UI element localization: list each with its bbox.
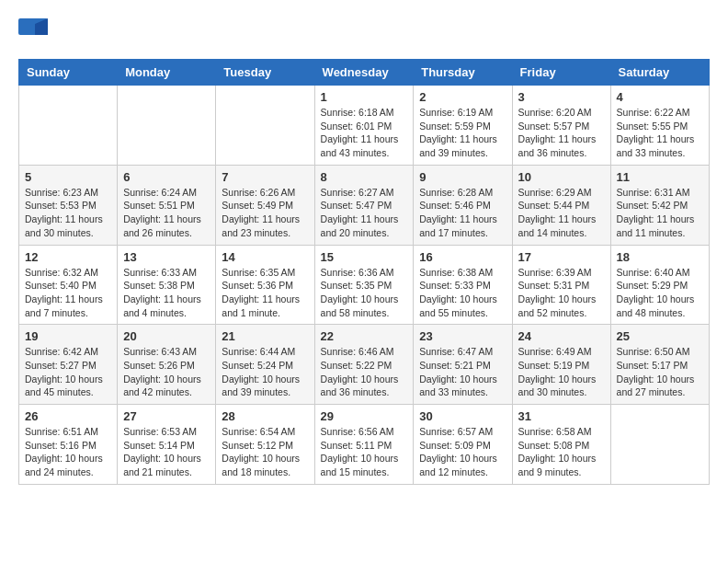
day-number: 31 xyxy=(518,409,605,423)
day-info: Sunrise: 6:20 AM Sunset: 5:57 PM Dayligh… xyxy=(518,106,605,160)
day-info: Sunrise: 6:28 AM Sunset: 5:46 PM Dayligh… xyxy=(419,186,506,240)
day-info: Sunrise: 6:50 AM Sunset: 5:17 PM Dayligh… xyxy=(617,345,703,399)
day-number: 26 xyxy=(25,409,111,423)
calendar-cell: 13Sunrise: 6:33 AM Sunset: 5:38 PM Dayli… xyxy=(118,245,216,325)
calendar-cell: 23Sunrise: 6:47 AM Sunset: 5:21 PM Dayli… xyxy=(414,325,512,405)
calendar-cell: 29Sunrise: 6:56 AM Sunset: 5:11 PM Dayli… xyxy=(314,405,414,485)
day-number: 19 xyxy=(25,329,111,343)
calendar-cell: 11Sunrise: 6:31 AM Sunset: 5:42 PM Dayli… xyxy=(610,165,709,245)
day-number: 30 xyxy=(419,409,506,423)
day-info: Sunrise: 6:18 AM Sunset: 6:01 PM Dayligh… xyxy=(321,106,408,160)
calendar-cell: 28Sunrise: 6:54 AM Sunset: 5:12 PM Dayli… xyxy=(216,405,314,485)
day-number: 11 xyxy=(617,170,703,184)
calendar-cell: 20Sunrise: 6:43 AM Sunset: 5:26 PM Dayli… xyxy=(118,325,216,405)
day-number: 13 xyxy=(123,250,210,264)
day-number: 28 xyxy=(222,409,308,423)
day-info: Sunrise: 6:33 AM Sunset: 5:38 PM Dayligh… xyxy=(123,266,210,320)
calendar-cell: 4Sunrise: 6:22 AM Sunset: 5:55 PM Daylig… xyxy=(610,86,709,166)
day-info: Sunrise: 6:27 AM Sunset: 5:47 PM Dayligh… xyxy=(321,186,408,240)
calendar-cell: 7Sunrise: 6:26 AM Sunset: 5:49 PM Daylig… xyxy=(216,165,314,245)
calendar-cell: 19Sunrise: 6:42 AM Sunset: 5:27 PM Dayli… xyxy=(19,325,118,405)
day-number: 1 xyxy=(321,90,408,104)
calendar-cell: 8Sunrise: 6:27 AM Sunset: 5:47 PM Daylig… xyxy=(314,165,414,245)
day-info: Sunrise: 6:31 AM Sunset: 5:42 PM Dayligh… xyxy=(617,186,703,240)
calendar-cell: 2Sunrise: 6:19 AM Sunset: 5:59 PM Daylig… xyxy=(414,86,512,166)
day-number: 29 xyxy=(321,409,408,423)
calendar-cell: 15Sunrise: 6:36 AM Sunset: 5:35 PM Dayli… xyxy=(314,245,414,325)
calendar-cell: 27Sunrise: 6:53 AM Sunset: 5:14 PM Dayli… xyxy=(118,405,216,485)
day-number: 12 xyxy=(25,250,111,264)
logo xyxy=(18,18,51,44)
calendar-week-row: 5Sunrise: 6:23 AM Sunset: 5:53 PM Daylig… xyxy=(19,165,710,245)
day-number: 24 xyxy=(518,329,605,343)
calendar-cell: 18Sunrise: 6:40 AM Sunset: 5:29 PM Dayli… xyxy=(610,245,709,325)
weekday-header-thursday: Thursday xyxy=(414,60,512,86)
day-info: Sunrise: 6:29 AM Sunset: 5:44 PM Dayligh… xyxy=(518,186,605,240)
day-number: 25 xyxy=(617,329,703,343)
day-number: 10 xyxy=(518,170,605,184)
calendar-cell: 17Sunrise: 6:39 AM Sunset: 5:31 PM Dayli… xyxy=(512,245,610,325)
day-info: Sunrise: 6:53 AM Sunset: 5:14 PM Dayligh… xyxy=(123,425,210,479)
weekday-header-tuesday: Tuesday xyxy=(216,60,314,86)
calendar-cell xyxy=(216,86,314,166)
day-number: 20 xyxy=(123,329,210,343)
weekday-header-friday: Friday xyxy=(512,60,610,86)
day-number: 2 xyxy=(419,90,506,104)
calendar-week-row: 1Sunrise: 6:18 AM Sunset: 6:01 PM Daylig… xyxy=(19,86,710,166)
day-number: 15 xyxy=(321,250,408,264)
calendar-cell: 1Sunrise: 6:18 AM Sunset: 6:01 PM Daylig… xyxy=(314,86,414,166)
calendar-cell: 5Sunrise: 6:23 AM Sunset: 5:53 PM Daylig… xyxy=(19,165,118,245)
day-number: 21 xyxy=(222,329,308,343)
day-number: 9 xyxy=(419,170,506,184)
day-info: Sunrise: 6:42 AM Sunset: 5:27 PM Dayligh… xyxy=(25,345,111,399)
calendar-cell: 3Sunrise: 6:20 AM Sunset: 5:57 PM Daylig… xyxy=(512,86,610,166)
day-info: Sunrise: 6:23 AM Sunset: 5:53 PM Dayligh… xyxy=(25,186,111,240)
calendar-cell: 25Sunrise: 6:50 AM Sunset: 5:17 PM Dayli… xyxy=(610,325,709,405)
calendar-week-row: 12Sunrise: 6:32 AM Sunset: 5:40 PM Dayli… xyxy=(19,245,710,325)
weekday-header-monday: Monday xyxy=(118,60,216,86)
calendar-cell: 6Sunrise: 6:24 AM Sunset: 5:51 PM Daylig… xyxy=(118,165,216,245)
day-number: 7 xyxy=(222,170,308,184)
day-info: Sunrise: 6:32 AM Sunset: 5:40 PM Dayligh… xyxy=(25,266,111,320)
day-info: Sunrise: 6:36 AM Sunset: 5:35 PM Dayligh… xyxy=(321,266,408,320)
calendar-body: 1Sunrise: 6:18 AM Sunset: 6:01 PM Daylig… xyxy=(19,86,710,485)
calendar-cell: 12Sunrise: 6:32 AM Sunset: 5:40 PM Dayli… xyxy=(19,245,118,325)
day-number: 16 xyxy=(419,250,506,264)
calendar-table: SundayMondayTuesdayWednesdayThursdayFrid… xyxy=(18,59,710,485)
day-info: Sunrise: 6:35 AM Sunset: 5:36 PM Dayligh… xyxy=(222,266,308,320)
day-info: Sunrise: 6:58 AM Sunset: 5:08 PM Dayligh… xyxy=(518,425,605,479)
day-info: Sunrise: 6:47 AM Sunset: 5:21 PM Dayligh… xyxy=(419,345,506,399)
day-number: 17 xyxy=(518,250,605,264)
day-info: Sunrise: 6:19 AM Sunset: 5:59 PM Dayligh… xyxy=(419,106,506,160)
day-info: Sunrise: 6:57 AM Sunset: 5:09 PM Dayligh… xyxy=(419,425,506,479)
calendar-cell xyxy=(19,86,118,166)
day-info: Sunrise: 6:46 AM Sunset: 5:22 PM Dayligh… xyxy=(321,345,408,399)
day-number: 22 xyxy=(321,329,408,343)
day-info: Sunrise: 6:56 AM Sunset: 5:11 PM Dayligh… xyxy=(321,425,408,479)
calendar-cell: 14Sunrise: 6:35 AM Sunset: 5:36 PM Dayli… xyxy=(216,245,314,325)
day-info: Sunrise: 6:49 AM Sunset: 5:19 PM Dayligh… xyxy=(518,345,605,399)
calendar-week-row: 26Sunrise: 6:51 AM Sunset: 5:16 PM Dayli… xyxy=(19,405,710,485)
day-number: 23 xyxy=(419,329,506,343)
day-number: 14 xyxy=(222,250,308,264)
day-number: 27 xyxy=(123,409,210,423)
day-number: 8 xyxy=(321,170,408,184)
calendar-week-row: 19Sunrise: 6:42 AM Sunset: 5:27 PM Dayli… xyxy=(19,325,710,405)
calendar-cell xyxy=(118,86,216,166)
calendar-cell: 21Sunrise: 6:44 AM Sunset: 5:24 PM Dayli… xyxy=(216,325,314,405)
calendar-cell: 16Sunrise: 6:38 AM Sunset: 5:33 PM Dayli… xyxy=(414,245,512,325)
weekday-header-wednesday: Wednesday xyxy=(314,60,414,86)
day-info: Sunrise: 6:24 AM Sunset: 5:51 PM Dayligh… xyxy=(123,186,210,240)
calendar-header-row: SundayMondayTuesdayWednesdayThursdayFrid… xyxy=(19,60,710,86)
day-info: Sunrise: 6:40 AM Sunset: 5:29 PM Dayligh… xyxy=(617,266,703,320)
weekday-header-sunday: Sunday xyxy=(19,60,118,86)
day-info: Sunrise: 6:26 AM Sunset: 5:49 PM Dayligh… xyxy=(222,186,308,240)
calendar-cell xyxy=(610,405,709,485)
day-info: Sunrise: 6:51 AM Sunset: 5:16 PM Dayligh… xyxy=(25,425,111,479)
day-number: 4 xyxy=(617,90,703,104)
day-info: Sunrise: 6:54 AM Sunset: 5:12 PM Dayligh… xyxy=(222,425,308,479)
day-number: 3 xyxy=(518,90,605,104)
page-header xyxy=(18,18,710,44)
calendar-cell: 24Sunrise: 6:49 AM Sunset: 5:19 PM Dayli… xyxy=(512,325,610,405)
day-number: 6 xyxy=(123,170,210,184)
